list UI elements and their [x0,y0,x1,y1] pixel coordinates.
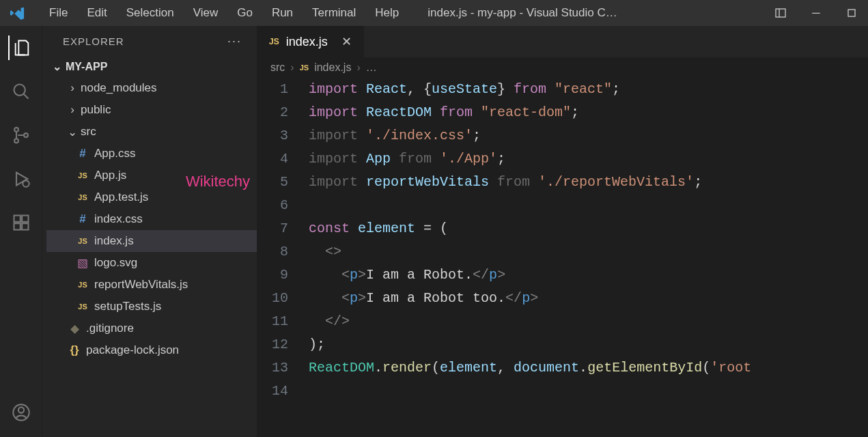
editor-group: JS index.js ✕ src › JS index.js › … 1234… [257,26,868,437]
tree-item-label: App.css [94,147,135,160]
menu-help[interactable]: Help [365,2,408,24]
minimize-button[interactable]: ─ [807,3,826,23]
tree-item-label: reportWebVitals.js [94,278,188,292]
svg-point-7 [24,133,28,137]
breadcrumb-trail[interactable]: … [366,61,377,74]
svg-line-4 [23,94,28,99]
svg-point-3 [14,85,25,96]
js-file-icon: JS [269,37,279,46]
chevron-down-icon: ⌄ [51,60,63,73]
code-content[interactable]: import React, {useState} from "react";im… [305,78,868,437]
js-file-icon: JS [75,237,90,245]
file-App.test.js[interactable]: JSApp.test.js [46,186,257,208]
menu-run[interactable]: Run [262,2,303,24]
explorer-title: EXPLORER [63,36,124,47]
menu-terminal[interactable]: Terminal [303,2,365,24]
split-editor-icon[interactable] [845,32,864,51]
tree-item-label: App.js [94,169,126,182]
svg-point-6 [14,139,18,143]
folder-public[interactable]: ›public [46,99,257,121]
vscode-logo-icon [7,3,27,23]
close-tab-icon[interactable]: ✕ [341,34,352,49]
window-title: index.js - my-app - Visual Studio C… [408,6,764,20]
file-tree: ›node_modules›public⌄src#App.cssJSApp.js… [42,77,257,361]
activity-bar [0,26,42,437]
search-activity-icon[interactable] [9,79,33,104]
svg-point-5 [14,128,18,132]
svg-marker-8 [16,173,27,186]
menu-go[interactable]: Go [227,2,262,24]
tree-item-label: index.css [94,212,143,226]
tree-item-label: package-lock.json [86,343,179,357]
file-App.css[interactable]: #App.css [46,143,257,165]
tree-item-label: logo.svg [94,256,137,270]
tree-item-label: App.test.js [94,191,148,204]
js-file-icon: JS [75,171,90,180]
svg-rect-0 [776,9,785,17]
chevron-right-icon: › [290,61,294,74]
tree-item-label: src [81,125,96,139]
run-debug-activity-icon[interactable] [9,167,33,191]
file-package-lock.json[interactable]: {}package-lock.json [46,339,257,361]
tree-item-label: public [81,103,111,117]
js-file-icon: JS [75,281,90,289]
tab-bar: JS index.js ✕ [257,26,868,57]
explorer-sidebar: EXPLORER ··· ⌄ MY-APP ›node_modules›publ… [42,26,257,437]
explorer-activity-icon[interactable] [8,36,33,60]
layout-toggle-icon[interactable] [771,3,790,23]
file-reportWebVitals.js[interactable]: JSreportWebVitals.js [46,274,257,296]
css-file-icon: # [75,147,90,160]
js-file-icon: JS [75,193,90,201]
extensions-activity-icon[interactable] [9,210,33,235]
svg-file-icon: ▧ [75,256,90,270]
menu-bar: FileEditSelectionViewGoRunTerminalHelp [40,2,408,24]
breadcrumb-file[interactable]: index.js [314,61,351,74]
tree-item-label: .gitignore [86,322,134,335]
js-file-icon: JS [75,302,90,311]
explorer-more-icon[interactable]: ··· [227,34,242,48]
file-App.js[interactable]: JSApp.js [46,165,257,186]
chevron-right-icon: › [67,81,78,95]
svg-rect-12 [22,223,28,229]
breadcrumb-folder[interactable]: src [270,61,285,74]
menu-selection[interactable]: Selection [117,2,184,24]
json-file-icon: {} [67,343,82,357]
chevron-down-icon: ⌄ [67,125,78,139]
tab-label: index.js [286,35,328,49]
folder-node_modules[interactable]: ›node_modules [46,77,257,99]
project-root-label: MY-APP [66,61,107,73]
file-logo.svg[interactable]: ▧logo.svg [46,252,257,274]
account-activity-icon[interactable] [9,400,33,425]
file-.gitignore[interactable]: ◆.gitignore [46,318,257,339]
menu-edit[interactable]: Edit [77,2,116,24]
svg-point-9 [23,180,29,186]
source-control-activity-icon[interactable] [9,123,33,147]
svg-rect-10 [14,216,20,222]
line-gutter: 1234567891011121314 [257,78,305,437]
chevron-right-icon: › [356,61,360,74]
tab-index-js[interactable]: JS index.js ✕ [257,26,365,57]
file-index.js[interactable]: JSindex.js [46,230,257,252]
tree-item-label: node_modules [81,81,157,95]
js-file-icon: JS [300,64,309,72]
svg-rect-11 [14,223,20,229]
tree-item-label: index.js [94,234,134,248]
file-index.css[interactable]: #index.css [46,208,257,230]
project-root[interactable]: ⌄ MY-APP [42,56,257,77]
folder-src[interactable]: ⌄src [46,121,257,143]
css-file-icon: # [75,212,90,226]
svg-point-15 [18,407,23,412]
file-setupTests.js[interactable]: JSsetupTests.js [46,296,257,318]
git-file-icon: ◆ [67,322,82,336]
svg-rect-2 [848,10,855,16]
maximize-button[interactable] [842,3,861,23]
titlebar: FileEditSelectionViewGoRunTerminalHelp i… [0,0,868,26]
svg-rect-13 [22,216,28,222]
code-editor[interactable]: 1234567891011121314 import React, {useSt… [257,78,868,437]
menu-view[interactable]: View [184,2,228,24]
breadcrumb[interactable]: src › JS index.js › … [257,57,868,78]
menu-file[interactable]: File [40,2,77,24]
chevron-right-icon: › [67,103,78,117]
tree-item-label: setupTests.js [94,300,161,313]
